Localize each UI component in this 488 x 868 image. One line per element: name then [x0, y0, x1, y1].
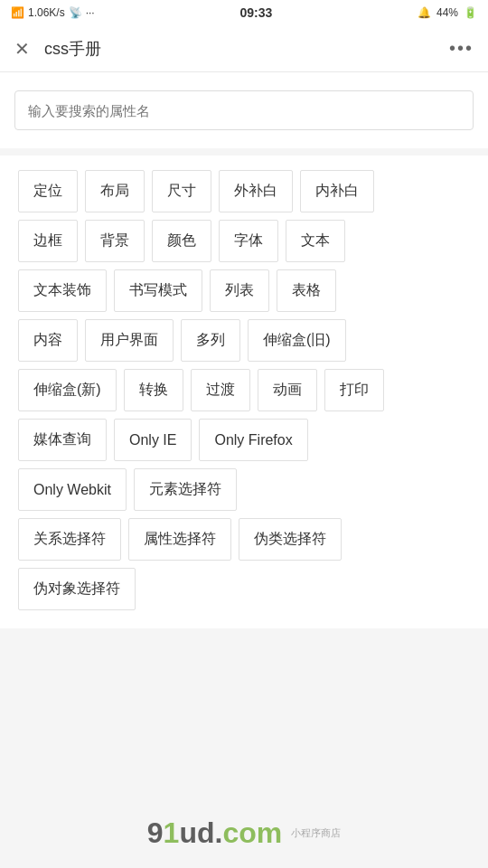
alarm-icon: 🔔: [418, 6, 431, 19]
battery-icon: 🔋: [464, 6, 477, 19]
cat-guanxi-xuanze[interactable]: 关系选择符: [18, 518, 121, 561]
cat-biaoge[interactable]: 表格: [277, 269, 336, 312]
search-input[interactable]: [14, 90, 474, 130]
cat-meiti-chaxun[interactable]: 媒体查询: [18, 419, 107, 461]
cat-shensuo-xin[interactable]: 伸缩盒(新): [18, 369, 117, 411]
category-row-2: 边框 背景 颜色 字体 文本: [14, 216, 474, 266]
category-row-8: 关系选择符 属性选择符 伪类选择符: [14, 514, 474, 564]
search-container: [0, 72, 488, 148]
status-right: 🔔 44% 🔋: [418, 6, 477, 19]
category-row-4: 内容 用户界面 多列 伸缩盒(旧): [14, 316, 474, 365]
cat-weduixiang-xuanze[interactable]: 伪对象选择符: [18, 568, 136, 610]
watermark-1: 1: [164, 816, 180, 850]
cat-yanse[interactable]: 颜色: [152, 220, 211, 262]
cat-waibubai[interactable]: 外补白: [219, 170, 293, 212]
category-row-9: 伪对象选择符: [14, 564, 474, 614]
network-speed: 1.06K/s: [28, 6, 65, 19]
cat-dayin[interactable]: 打印: [324, 369, 384, 411]
wifi-icon: 📡: [69, 6, 82, 19]
signal-icon: 📶: [11, 6, 24, 19]
category-row-5: 伸缩盒(新) 转换 过渡 动画 打印: [14, 365, 474, 415]
close-button[interactable]: ✕: [14, 40, 30, 58]
cat-zhuanhuan[interactable]: 转换: [124, 369, 183, 411]
header: ✕ css手册 •••: [0, 25, 488, 72]
watermark-ud: ud: [179, 816, 214, 850]
cat-donghua[interactable]: 动画: [258, 369, 317, 411]
cat-shuxie-moshi[interactable]: 书写模式: [114, 269, 202, 312]
cat-biankuang[interactable]: 边框: [18, 220, 78, 262]
cat-guodu[interactable]: 过渡: [191, 369, 250, 411]
cat-liebiao[interactable]: 列表: [210, 269, 269, 312]
cat-beijing[interactable]: 背景: [85, 220, 145, 262]
cat-only-webkit[interactable]: Only Webkit: [18, 468, 127, 511]
cat-duolie[interactable]: 多列: [181, 319, 240, 362]
cat-yonghu-jiemian[interactable]: 用户界面: [85, 319, 174, 362]
category-row-1: 定位 布局 尺寸 外补白 内补白: [14, 166, 474, 216]
watermark: 9 1 ud . com 小程序商店: [147, 816, 341, 850]
cat-neirong[interactable]: 内容: [18, 319, 78, 362]
watermark-com: com: [222, 816, 282, 850]
more-button[interactable]: •••: [449, 38, 474, 59]
battery-level: 44%: [436, 6, 458, 19]
cat-chicun[interactable]: 尺寸: [152, 170, 211, 212]
category-row-6: 媒体查询 Only IE Only Firefox: [14, 415, 474, 465]
watermark-dot: .: [215, 816, 223, 850]
watermark-sub: 小程序商店: [291, 826, 341, 840]
category-row-3: 文本装饰 书写模式 列表 表格: [14, 266, 474, 316]
watermark-9: 9: [147, 816, 164, 850]
cat-shuxing-xuanze[interactable]: 属性选择符: [128, 518, 231, 561]
cat-wenben-zhuangshi[interactable]: 文本装饰: [18, 269, 107, 312]
cat-wenben[interactable]: 文本: [286, 220, 345, 262]
status-bar: 📶 1.06K/s 📡 ··· 09:33 🔔 44% 🔋: [0, 0, 488, 25]
more-icon: ···: [86, 6, 95, 19]
cat-yuansu-xuanze[interactable]: 元素选择符: [134, 468, 237, 511]
cat-neibubai[interactable]: 内补白: [300, 170, 374, 212]
categories-container: 定位 布局 尺寸 外补白 内补白 边框 背景 颜色 字体 文本 文本装饰 书写模…: [0, 156, 488, 628]
status-left: 📶 1.06K/s 📡 ···: [11, 6, 95, 19]
cat-only-ie[interactable]: Only IE: [114, 419, 192, 461]
cat-dingwei[interactable]: 定位: [18, 170, 78, 212]
category-row-7: Only Webkit 元素选择符: [14, 465, 474, 514]
watermark-logo: 9 1 ud . com: [147, 816, 282, 850]
status-time: 09:33: [239, 5, 272, 20]
page-title: css手册: [44, 38, 435, 60]
cat-ziti[interactable]: 字体: [219, 220, 278, 262]
cat-weilei-xuanze[interactable]: 伪类选择符: [239, 518, 342, 561]
cat-shensuo-jiu[interactable]: 伸缩盒(旧): [248, 319, 346, 362]
cat-only-firefox[interactable]: Only Firefox: [199, 419, 307, 461]
cat-buju[interactable]: 布局: [85, 170, 145, 212]
